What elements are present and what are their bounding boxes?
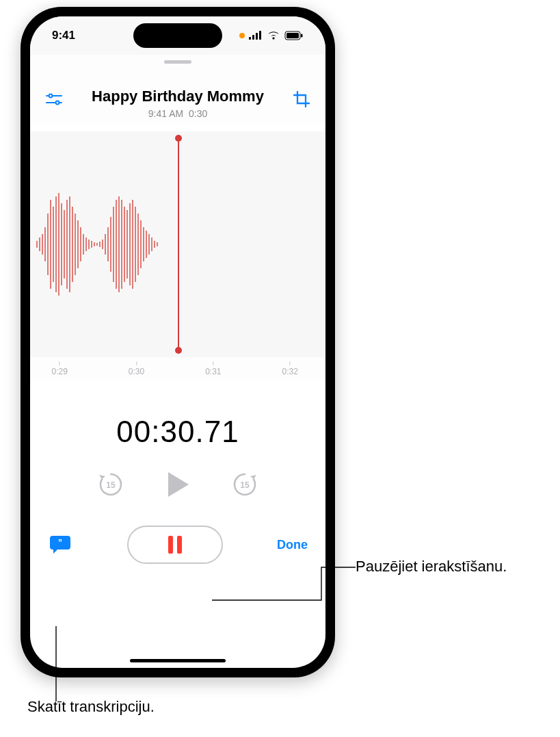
status-time: 9:41 [52, 29, 75, 42]
done-button[interactable]: Done [277, 538, 308, 552]
callout-pause-text: Pauzējiet ierakstīšanu. [356, 558, 507, 576]
svg-rect-2 [256, 33, 258, 40]
recording-indicator-dot [239, 33, 245, 38]
tick-label: 0:30 [129, 361, 144, 376]
recording-duration: 0:30 [189, 108, 207, 119]
sheet-grabber[interactable] [164, 60, 191, 64]
svg-point-8 [49, 94, 53, 98]
skip-back-15-button[interactable]: 15 [97, 471, 124, 498]
svg-text:15: 15 [106, 480, 116, 490]
svg-rect-3 [259, 31, 261, 40]
svg-rect-6 [301, 34, 303, 38]
home-indicator[interactable] [130, 659, 226, 662]
crop-icon [293, 91, 310, 107]
timeline-ruler[interactable]: 0:29 0:30 0:31 0:32 [30, 357, 325, 380]
svg-point-10 [56, 101, 59, 105]
cellular-icon [249, 31, 263, 40]
recording-title[interactable]: Happy Birthday Mommy [44, 88, 312, 105]
skip-forward-icon: 15 [231, 471, 258, 498]
elapsed-timer: 00:30.71 [30, 415, 325, 449]
play-button[interactable] [165, 471, 190, 498]
callout-pause: Pauzējiet ierakstīšanu. [356, 558, 507, 576]
svg-text:15: 15 [240, 480, 250, 490]
sheet-handle-area[interactable] [30, 55, 325, 68]
recording-header: Happy Birthday Mommy 9:41 AM 0:30 [30, 68, 325, 125]
sliders-icon [45, 93, 63, 105]
recording-subtitle: 9:41 AM 0:30 [44, 108, 312, 119]
svg-rect-1 [252, 35, 254, 40]
skip-back-icon: 15 [97, 471, 124, 498]
waveform-area[interactable] [30, 131, 325, 357]
dynamic-island [133, 23, 222, 48]
transcript-button[interactable]: ” [48, 534, 72, 556]
skip-forward-15-button[interactable]: 15 [231, 471, 258, 498]
pause-recording-button[interactable] [127, 526, 223, 564]
callout-transcript: Skatīt transkripciju. [27, 698, 155, 716]
pause-icon [168, 536, 182, 554]
speech-bubble-quote-icon: ” [49, 534, 71, 555]
playback-settings-button[interactable] [44, 89, 64, 109]
callout-transcript-text: Skatīt transkripciju. [27, 698, 155, 716]
svg-text:”: ” [58, 538, 62, 547]
svg-rect-0 [249, 37, 251, 40]
status-right [239, 31, 304, 40]
bottom-action-row: ” Done [30, 526, 325, 564]
wifi-icon [267, 31, 280, 40]
tick-label: 0:31 [205, 361, 221, 376]
trim-button[interactable] [291, 89, 312, 109]
play-icon [165, 471, 190, 498]
tick-label: 0:29 [52, 361, 68, 376]
playhead[interactable] [178, 138, 179, 350]
recording-time: 9:41 AM [148, 108, 183, 119]
svg-rect-5 [286, 33, 299, 38]
transport-controls: 15 15 [30, 471, 325, 498]
tick-label: 0:32 [282, 361, 297, 376]
battery-icon [284, 31, 304, 40]
